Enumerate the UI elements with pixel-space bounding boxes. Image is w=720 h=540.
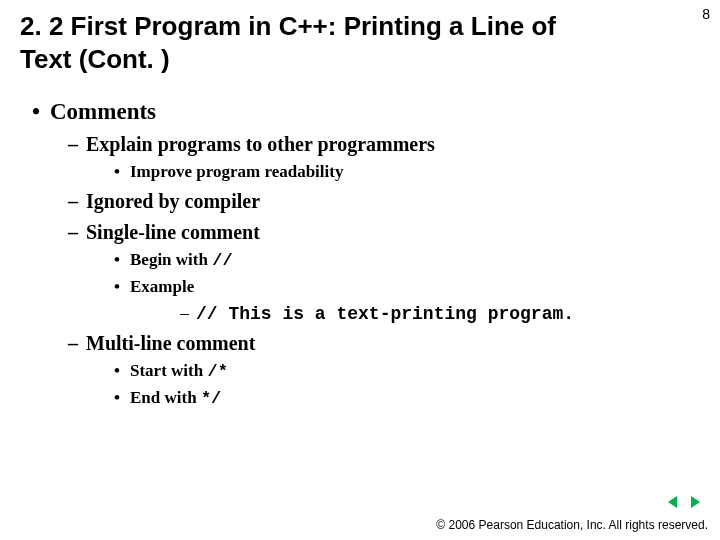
- page-number: 8: [702, 6, 710, 22]
- bullet-single-line: Single-line comment Begin with // Exampl…: [50, 219, 688, 326]
- bullet-improve-text: Improve program readability: [130, 162, 343, 181]
- slide-title: 2. 2 First Program in C++: Printing a Li…: [20, 10, 580, 75]
- bullet-start-with-text: Start with: [130, 361, 207, 380]
- bullet-end-with: End with */: [86, 387, 688, 411]
- arrow-right-icon: [688, 495, 702, 509]
- bullet-begin-with-text: Begin with: [130, 250, 212, 269]
- bullet-start-with: Start with /*: [86, 360, 688, 384]
- bullet-explain: Explain programs to other programmers Im…: [50, 131, 688, 184]
- bullet-explain-text: Explain programs to other programmers: [86, 133, 435, 155]
- nav-arrows: [664, 494, 704, 510]
- bullet-improve: Improve program readability: [86, 161, 688, 184]
- next-slide-button[interactable]: [686, 494, 704, 510]
- code-slash-star: /*: [207, 362, 227, 381]
- svg-marker-1: [691, 496, 700, 508]
- bullet-multi-line-text: Multi-line comment: [86, 332, 255, 354]
- arrow-left-icon: [666, 495, 680, 509]
- bullet-single-line-text: Single-line comment: [86, 221, 260, 243]
- bullet-example: Example // This is a text-printing progr…: [86, 276, 688, 326]
- slide: 8 2. 2 First Program in C++: Printing a …: [0, 0, 720, 540]
- slide-body: Comments Explain programs to other progr…: [28, 96, 688, 417]
- bullet-comments: Comments Explain programs to other progr…: [28, 96, 688, 411]
- bullet-ignored: Ignored by compiler: [50, 188, 688, 215]
- code-double-slash: //: [212, 251, 232, 270]
- bullet-ignored-text: Ignored by compiler: [86, 190, 260, 212]
- bullet-example-text: Example: [130, 277, 194, 296]
- bullet-example-code-line: // This is a text-printing program.: [130, 301, 688, 326]
- bullet-comments-text: Comments: [50, 99, 156, 124]
- code-example-comment: // This is a text-printing program.: [196, 304, 574, 324]
- copyright-footer: © 2006 Pearson Education, Inc. All right…: [436, 518, 708, 532]
- bullet-end-with-text: End with: [130, 388, 201, 407]
- svg-marker-0: [668, 496, 677, 508]
- bullet-begin-with: Begin with //: [86, 249, 688, 273]
- bullet-multi-line: Multi-line comment Start with /* End wit…: [50, 330, 688, 411]
- code-star-slash: */: [201, 389, 221, 408]
- prev-slide-button[interactable]: [664, 494, 682, 510]
